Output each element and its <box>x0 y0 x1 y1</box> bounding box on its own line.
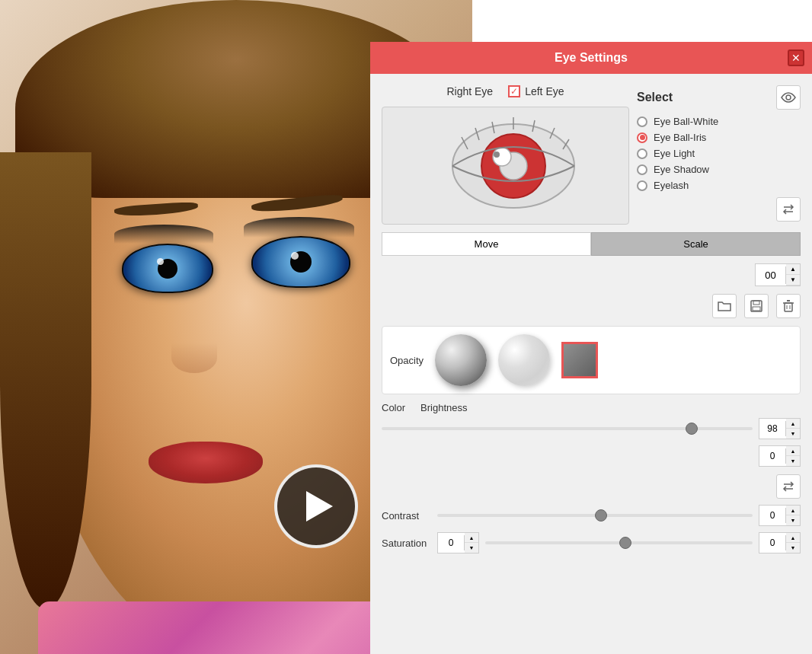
title-bar: Eye Settings ✕ <box>370 42 812 74</box>
option-eyelash[interactable]: Eyelash <box>637 180 801 191</box>
spin-up-button[interactable]: ▲ <box>786 264 800 275</box>
play-triangle-icon <box>306 491 333 522</box>
saturation-spinners: ▲ ▼ <box>786 533 800 553</box>
checker-pattern <box>498 334 550 386</box>
option-eye-shadow[interactable]: Eye Shadow <box>637 164 801 175</box>
character-left-eye <box>251 236 350 288</box>
contrast-track[interactable] <box>437 514 753 517</box>
saturation-row: Saturation 0 ▲ ▼ 0 ▲ ▼ <box>382 532 801 554</box>
saturation-value: 0 <box>759 535 786 550</box>
left-eye-tab[interactable]: ✓ Left Eye <box>508 85 564 97</box>
spin-down-button[interactable]: ▼ <box>786 275 800 286</box>
contrast-label: Contrast <box>382 510 431 522</box>
saturation-left-up[interactable]: ▲ <box>465 533 478 543</box>
brightness-track[interactable] <box>382 427 753 430</box>
lashes-left <box>244 217 354 238</box>
select-header: Select <box>637 85 801 110</box>
eye-diagram-svg <box>430 113 582 219</box>
opacity-ball-solid <box>435 334 487 386</box>
contrast-down[interactable]: ▼ <box>786 515 800 525</box>
saturation-track[interactable] <box>485 541 753 544</box>
saturation-left-value: 0 <box>438 535 465 550</box>
saturation-thumb[interactable] <box>619 537 631 549</box>
opacity-section: Opacity <box>382 326 801 394</box>
radio-eyelash[interactable] <box>637 180 647 191</box>
saturation-value-box: 0 ▲ ▼ <box>759 532 801 554</box>
eye-diagram-container: Right Eye ✓ Left Eye <box>382 85 629 225</box>
radio-eye-shadow[interactable] <box>637 164 647 175</box>
swap-icon <box>782 203 795 216</box>
svg-rect-15 <box>753 307 760 311</box>
option-eye-light-label: Eye Light <box>654 148 695 159</box>
second-value-box: 0 ▲ ▼ <box>759 445 801 467</box>
select-label: Select <box>637 91 673 104</box>
saturation-left-box: 0 ▲ ▼ <box>437 532 479 554</box>
settings-panel: Right Eye ✓ Left Eye <box>370 74 812 654</box>
hair-left <box>0 152 91 609</box>
contrast-thumb[interactable] <box>595 509 607 522</box>
bottom-swap-icon <box>782 480 795 493</box>
contrast-spinners: ▲ ▼ <box>786 506 800 525</box>
folder-open-button[interactable] <box>712 294 737 318</box>
eye-select-icon-button[interactable] <box>776 85 801 110</box>
radio-options: Eye Ball-White Eye Ball-Iris Eye Light E… <box>637 116 801 191</box>
saturation-left-down[interactable]: ▼ <box>465 543 478 553</box>
option-eyelash-label: Eyelash <box>654 180 689 191</box>
contrast-up[interactable]: ▲ <box>786 506 800 515</box>
saturation-up[interactable]: ▲ <box>786 533 800 543</box>
eye-diagram-area <box>382 107 629 225</box>
svg-point-4 <box>494 152 500 158</box>
radio-eye-light[interactable] <box>637 148 647 159</box>
brightness-up[interactable]: ▲ <box>786 419 800 429</box>
contrast-value: 0 <box>759 508 786 523</box>
color-brightness-labels: Color Brightness <box>382 402 801 413</box>
radio-eye-ball-white[interactable] <box>637 116 647 127</box>
brightness-down[interactable]: ▼ <box>786 429 800 439</box>
second-up[interactable]: ▲ <box>786 446 800 456</box>
opacity-content: Opacity <box>390 334 792 386</box>
saturation-down[interactable]: ▼ <box>786 543 800 553</box>
opacity-label: Opacity <box>390 355 424 366</box>
save-icon <box>750 300 762 312</box>
radio-eye-ball-iris[interactable] <box>637 132 647 143</box>
brightness-value-box: 98 ▲ ▼ <box>759 418 801 439</box>
lashes-right <box>114 225 213 244</box>
num-input-row: 00 ▲ ▼ <box>382 263 801 286</box>
num-input-box: 00 ▲ ▼ <box>755 263 801 286</box>
color-label: Color <box>382 402 405 413</box>
bottom-swap-button[interactable] <box>776 474 801 499</box>
brightness-spinners: ▲ ▼ <box>786 419 800 439</box>
svg-rect-16 <box>785 303 792 311</box>
brightness-value: 98 <box>759 421 786 436</box>
select-section: Select Eye Ball-White Eye Ball-Iris <box>637 85 801 225</box>
left-eye-checkbox[interactable]: ✓ <box>508 85 520 97</box>
trash-icon <box>783 300 794 312</box>
save-button[interactable] <box>744 294 769 318</box>
option-eye-ball-white[interactable]: Eye Ball-White <box>637 116 801 127</box>
contrast-row: Contrast 0 ▲ ▼ <box>382 505 801 526</box>
color-preview-box[interactable] <box>561 342 598 378</box>
bottom-refresh-row <box>382 474 801 499</box>
scale-button[interactable]: Scale <box>591 232 801 256</box>
second-spinners: ▲ ▼ <box>786 446 800 466</box>
play-button[interactable] <box>274 464 358 548</box>
option-eye-ball-iris[interactable]: Eye Ball-Iris <box>637 132 801 143</box>
option-eye-shadow-label: Eye Shadow <box>654 164 709 175</box>
option-eye-ball-iris-label: Eye Ball-Iris <box>654 132 706 143</box>
option-eye-light[interactable]: Eye Light <box>637 148 801 159</box>
second-down[interactable]: ▼ <box>786 456 800 466</box>
saturation-left-spinners: ▲ ▼ <box>465 533 478 553</box>
close-button[interactable]: ✕ <box>788 49 804 66</box>
right-eye-tab[interactable]: Right Eye <box>446 85 493 97</box>
option-eye-ball-white-label: Eye Ball-White <box>654 116 718 127</box>
brightness-thumb[interactable] <box>686 423 698 435</box>
character-right-eye <box>122 244 213 293</box>
swap-icon-button[interactable] <box>776 197 801 222</box>
second-value-row: 0 ▲ ▼ <box>382 445 801 467</box>
move-button[interactable]: Move <box>382 232 591 256</box>
move-scale-row: Move Scale <box>382 232 801 256</box>
delete-button[interactable] <box>776 294 801 318</box>
lips <box>149 442 263 483</box>
left-eye-label: Left Eye <box>525 85 564 97</box>
saturation-label: Saturation <box>382 538 431 549</box>
